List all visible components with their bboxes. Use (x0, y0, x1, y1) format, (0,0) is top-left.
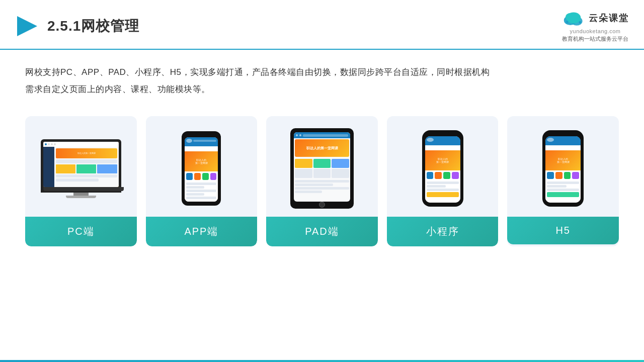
header: 2.5.1网校管理 云朵课堂 yunduoketang.com 教育机构一站式服… (0, 0, 644, 50)
cloud-icon (561, 9, 586, 27)
description: 网校支持PC、APP、PAD、小程序、H5，实现多端打通，产品各终端自由切换，数… (0, 50, 644, 98)
phone-mockup-h5: 职达人的第一堂网课 (543, 130, 583, 207)
play-icon (15, 14, 39, 38)
card-app-image: 职达人的第一堂网课 (146, 116, 258, 217)
title-number: 2.5.1网校管理 (47, 18, 139, 34)
card-miniprogram-image: 职达人的第一堂网课 (387, 116, 499, 217)
logo-area: 云朵课堂 yunduoketang.com 教育机构一站式服务云平台 (561, 9, 629, 43)
phone-mockup-app: 职达人的第一堂网课 (181, 131, 221, 206)
pc-mockup: 职达人的第一堂网课 (38, 139, 124, 198)
card-h5-label: H5 (507, 217, 619, 244)
card-h5-image: 职达人的第一堂网课 (507, 116, 619, 217)
description-text: 网校支持PC、APP、PAD、小程序、H5，实现多端打通，产品各终端自由切换，数… (25, 67, 490, 94)
svg-point-6 (579, 21, 581, 24)
logo-cloud: 云朵课堂 (561, 9, 629, 27)
logo-text-cn: 云朵课堂 (589, 12, 629, 24)
card-pad: 职达人的第一堂网课 (266, 116, 378, 246)
card-pad-image: 职达人的第一堂网课 (266, 116, 378, 217)
card-pc-image: 职达人的第一堂网课 (25, 116, 137, 217)
logo-slogan: 教育机构一站式服务云平台 (562, 35, 628, 43)
card-miniprogram-label: 小程序 (387, 217, 499, 246)
phone-mockup-miniprogram: 职达人的第一堂网课 (423, 130, 463, 207)
card-app: 职达人的第一堂网课 (146, 116, 258, 246)
svg-marker-0 (17, 16, 37, 36)
card-pc: 职达人的第一堂网课 PC端 (25, 116, 137, 246)
card-miniprogram: 职达人的第一堂网课 (387, 116, 499, 246)
logo-url: yunduoketang.com (570, 28, 621, 34)
svg-point-5 (566, 21, 569, 23)
card-h5: 职达人的第一堂网课 (507, 116, 619, 246)
card-app-label: APP端 (146, 217, 258, 246)
cards-container: 职达人的第一堂网课 PC端 (0, 98, 644, 246)
tablet-home-button (319, 202, 325, 208)
bottom-bar (0, 360, 644, 362)
header-left: 2.5.1网校管理 (15, 14, 139, 38)
page-title: 2.5.1网校管理 (47, 17, 139, 36)
tablet-mockup: 职达人的第一堂网课 (289, 128, 355, 209)
card-pad-label: PAD端 (266, 217, 378, 246)
svg-point-4 (566, 13, 575, 21)
card-pc-label: PC端 (25, 217, 137, 246)
